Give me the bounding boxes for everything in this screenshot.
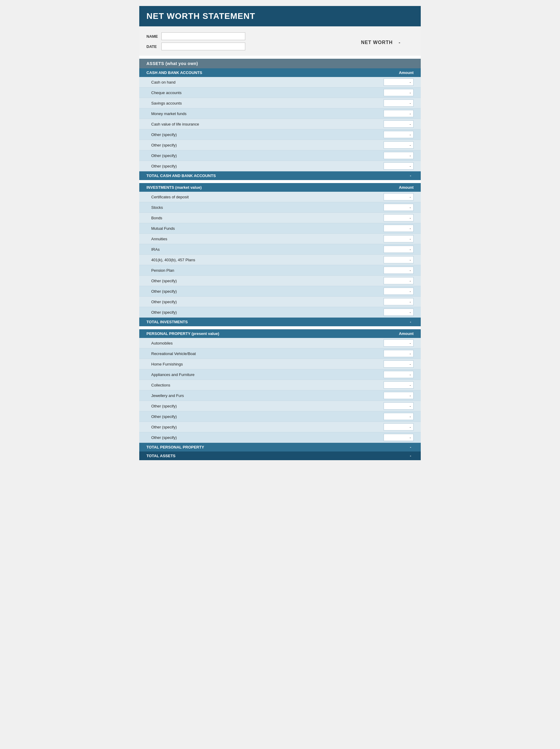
row-amount-input[interactable] (384, 225, 413, 232)
row-label: Other (specify) (151, 164, 177, 168)
investments-total-label: TOTAL INVESTMENTS (147, 320, 188, 324)
cash-total-row: TOTAL CASH AND BANK ACCOUNTS - (139, 171, 421, 180)
row-amount-input[interactable] (384, 413, 413, 420)
total-assets-row: TOTAL ASSETS - (139, 451, 421, 460)
table-row: Bonds (139, 213, 421, 223)
row-label: 401(k), 403(b), 457 Plans (151, 258, 195, 262)
row-label: Other (specify) (151, 143, 177, 147)
row-label: Home Furnishings (151, 362, 183, 366)
row-amount-input[interactable] (384, 121, 413, 128)
row-amount-input[interactable] (384, 110, 413, 117)
row-amount-input[interactable] (384, 308, 413, 316)
row-label: Appliances and Furniture (151, 372, 195, 377)
row-amount-input[interactable] (384, 214, 413, 221)
row-amount-input[interactable] (384, 402, 413, 410)
table-row: Automobiles (139, 338, 421, 348)
row-label: Other (specify) (151, 404, 177, 408)
assets-header: ASSETS (what you own) (139, 59, 421, 68)
table-row: Annuities (139, 234, 421, 244)
row-amount-input[interactable] (384, 277, 413, 284)
row-amount-input[interactable] (384, 142, 413, 149)
row-label: Automobiles (151, 341, 173, 345)
row-label: Other (specify) (151, 279, 177, 283)
row-label: IRAs (151, 247, 160, 252)
table-row: Other (specify) (139, 286, 421, 297)
table-row: Other (specify) (139, 307, 421, 318)
table-row: Other (specify) (139, 161, 421, 171)
table-row: Other (specify) (139, 432, 421, 443)
row-label: Stocks (151, 205, 163, 210)
name-date-block: NAME DATE (147, 33, 336, 53)
table-row: Certificates of deposit (139, 192, 421, 202)
row-amount-input[interactable] (384, 434, 413, 441)
personal-total-value: - (389, 445, 413, 449)
cash-total-label: TOTAL CASH AND BANK ACCOUNTS (147, 173, 216, 178)
table-row: Other (specify) (139, 150, 421, 161)
total-assets-value: - (389, 454, 413, 458)
personal-total-row: TOTAL PERSONAL PROPERTY - (139, 443, 421, 451)
row-label: Other (specify) (151, 132, 177, 137)
row-label: Other (specify) (151, 289, 177, 294)
personal-header-label: PERSONAL PROPERTY (present value) (147, 331, 219, 336)
row-amount-input[interactable] (384, 360, 413, 368)
row-amount-input[interactable] (384, 193, 413, 200)
row-amount-input[interactable] (384, 371, 413, 378)
row-amount-input[interactable] (384, 350, 413, 357)
table-row: Collections (139, 380, 421, 390)
table-row: Other (specify) (139, 422, 421, 432)
row-amount-input[interactable] (384, 287, 413, 295)
row-label: Other (specify) (151, 300, 177, 304)
net-worth-label: NET WORTH (361, 40, 393, 45)
row-amount-input[interactable] (384, 235, 413, 242)
personal-section-header: PERSONAL PROPERTY (present value) Amount (139, 329, 421, 338)
table-row: Stocks (139, 202, 421, 213)
row-amount-input[interactable] (384, 266, 413, 274)
row-amount-input[interactable] (384, 79, 413, 86)
row-amount-input[interactable] (384, 204, 413, 211)
net-worth-value: - (399, 40, 400, 45)
table-row: Other (specify) (139, 140, 421, 150)
investments-header-label: INVESTMENTS (market value) (147, 185, 202, 190)
row-amount-input[interactable] (384, 163, 413, 170)
row-amount-input[interactable] (384, 256, 413, 263)
row-label: Savings accounts (151, 101, 182, 105)
net-worth-block: NET WORTH - (348, 40, 413, 45)
date-input[interactable] (161, 43, 245, 50)
cash-total-value: - (389, 173, 413, 178)
table-row: Jewellery and Furs (139, 390, 421, 401)
date-row: DATE (147, 43, 336, 50)
row-amount-input[interactable] (384, 423, 413, 430)
row-amount-input[interactable] (384, 392, 413, 399)
cash-header-label: CASH AND BANK ACCOUNTS (147, 70, 202, 75)
cash-section-header: CASH AND BANK ACCOUNTS Amount (139, 68, 421, 77)
row-label: Money market funds (151, 111, 186, 116)
row-amount-input[interactable] (384, 298, 413, 305)
table-row: IRAs (139, 244, 421, 255)
row-label: Other (specify) (151, 414, 177, 419)
investments-amount-col: Amount (399, 185, 413, 190)
row-amount-input[interactable] (384, 131, 413, 138)
name-row: NAME (147, 33, 336, 40)
top-section: NAME DATE NET WORTH - (139, 26, 421, 56)
row-amount-input[interactable] (384, 339, 413, 347)
row-label: Mutual Funds (151, 226, 175, 231)
cash-rows: Cash on handCheque accountsSavings accou… (139, 77, 421, 171)
row-amount-input[interactable] (384, 246, 413, 253)
table-row: Home Furnishings (139, 359, 421, 369)
row-label: Recreational Vehicle/Boat (151, 351, 196, 356)
total-assets-label: TOTAL ASSETS (147, 454, 176, 458)
row-label: Bonds (151, 216, 162, 220)
row-amount-input[interactable] (384, 381, 413, 389)
personal-total-label: TOTAL PERSONAL PROPERTY (147, 445, 204, 449)
name-input[interactable] (161, 33, 245, 40)
table-row: Cash value of life insurance (139, 119, 421, 129)
row-label: Collections (151, 383, 171, 387)
row-amount-input[interactable] (384, 89, 413, 96)
row-label: Other (specify) (151, 310, 177, 315)
cash-amount-col: Amount (399, 70, 413, 75)
table-row: Other (specify) (139, 401, 421, 411)
table-row: Other (specify) (139, 297, 421, 307)
row-amount-input[interactable] (384, 152, 413, 159)
table-row: 401(k), 403(b), 457 Plans (139, 255, 421, 265)
row-amount-input[interactable] (384, 100, 413, 107)
